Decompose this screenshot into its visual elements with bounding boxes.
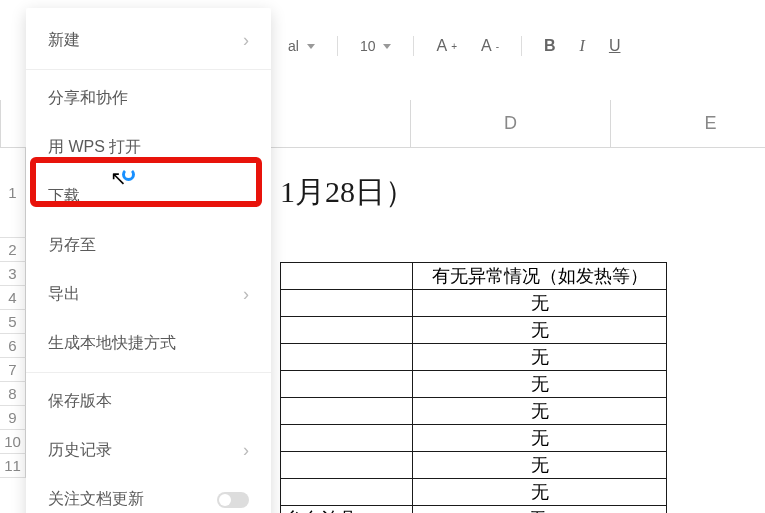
chevron-right-icon: › bbox=[243, 440, 249, 461]
menu-label: 新建 bbox=[48, 30, 80, 51]
row-header[interactable]: 11 bbox=[0, 454, 26, 478]
row-header[interactable]: 8 bbox=[0, 382, 26, 406]
table-header-b[interactable]: 有无异常情况（如发热等） bbox=[413, 263, 667, 290]
row-header[interactable]: 2 bbox=[0, 238, 26, 262]
row-header[interactable]: 5 bbox=[0, 310, 26, 334]
menu-separator bbox=[26, 372, 271, 373]
cell[interactable]: 无 bbox=[413, 317, 667, 344]
cell[interactable]: 无 bbox=[413, 398, 667, 425]
toolbar-divider bbox=[521, 36, 522, 56]
menu-label: 用 WPS 打开 bbox=[48, 137, 141, 158]
table-row: 矣自治县无 bbox=[281, 506, 667, 514]
row-header[interactable]: 3 bbox=[0, 262, 26, 286]
table-row: 无 bbox=[281, 425, 667, 452]
menu-item-download[interactable]: 下载 bbox=[26, 172, 271, 221]
cell[interactable]: 无 bbox=[413, 452, 667, 479]
font-name-picker[interactable]: al bbox=[280, 34, 323, 58]
cell[interactable]: 无 bbox=[413, 344, 667, 371]
menu-item-follow-updates[interactable]: 关注文档更新 bbox=[26, 475, 271, 513]
table-row: 无 bbox=[281, 452, 667, 479]
underline-button[interactable]: U bbox=[601, 33, 629, 59]
row-header[interactable]: 9 bbox=[0, 406, 26, 430]
decrease-font-button[interactable]: A- bbox=[473, 33, 507, 59]
toggle-switch[interactable] bbox=[217, 492, 249, 508]
menu-item-share[interactable]: 分享和协作 bbox=[26, 74, 271, 123]
menu-separator bbox=[26, 69, 271, 70]
table-row: 无 bbox=[281, 398, 667, 425]
row-header[interactable]: 10 bbox=[0, 430, 26, 454]
data-table: 有无异常情况（如发热等） 无 无 无 无 无 无 无 无 矣自治县无 bbox=[280, 262, 667, 513]
menu-label: 另存至 bbox=[48, 235, 96, 256]
cell[interactable] bbox=[281, 425, 413, 452]
menu-item-history[interactable]: 历史记录 › bbox=[26, 426, 271, 475]
cell[interactable] bbox=[281, 344, 413, 371]
increase-font-button[interactable]: A+ bbox=[428, 33, 465, 59]
bold-button[interactable]: B bbox=[536, 33, 564, 59]
cell[interactable] bbox=[281, 398, 413, 425]
column-header-d[interactable]: D bbox=[411, 100, 611, 147]
cell[interactable] bbox=[281, 479, 413, 506]
cell[interactable]: 无 bbox=[413, 371, 667, 398]
cell[interactable] bbox=[281, 317, 413, 344]
cell[interactable]: 无 bbox=[413, 479, 667, 506]
menu-label: 关注文档更新 bbox=[48, 489, 144, 510]
menu-label: 分享和协作 bbox=[48, 88, 128, 109]
row-header[interactable]: 1 bbox=[0, 148, 26, 238]
sheet-title-fragment: 1月28日） bbox=[280, 172, 415, 213]
file-context-menu: 新建 › 分享和协作 用 WPS 打开 下载 另存至 导出 › 生成本地快捷方式… bbox=[26, 8, 271, 513]
menu-item-save-version[interactable]: 保存版本 bbox=[26, 377, 271, 426]
table-row: 无 bbox=[281, 317, 667, 344]
toolbar: al 10 A+ A- B I U bbox=[280, 28, 765, 64]
row-header[interactable]: 6 bbox=[0, 334, 26, 358]
cell[interactable] bbox=[281, 371, 413, 398]
chevron-down-icon bbox=[307, 44, 315, 49]
menu-label: 导出 bbox=[48, 284, 80, 305]
toolbar-divider bbox=[337, 36, 338, 56]
cell[interactable] bbox=[281, 290, 413, 317]
cell[interactable] bbox=[281, 452, 413, 479]
menu-item-new[interactable]: 新建 › bbox=[26, 16, 271, 65]
table-row: 无 bbox=[281, 371, 667, 398]
table-row: 无 bbox=[281, 290, 667, 317]
font-size-label: 10 bbox=[360, 38, 376, 54]
column-header-e[interactable]: E bbox=[611, 100, 765, 147]
cell[interactable]: 无 bbox=[413, 290, 667, 317]
menu-label: 生成本地快捷方式 bbox=[48, 333, 176, 354]
table-row: 无 bbox=[281, 344, 667, 371]
menu-item-open-wps[interactable]: 用 WPS 打开 bbox=[26, 123, 271, 172]
chevron-right-icon: › bbox=[243, 30, 249, 51]
menu-item-create-shortcut[interactable]: 生成本地快捷方式 bbox=[26, 319, 271, 368]
menu-item-export[interactable]: 导出 › bbox=[26, 270, 271, 319]
menu-label: 历史记录 bbox=[48, 440, 112, 461]
cell[interactable]: 无 bbox=[413, 506, 667, 514]
font-name-label: al bbox=[288, 38, 299, 54]
toolbar-divider bbox=[413, 36, 414, 56]
menu-label: 下载 bbox=[48, 186, 80, 207]
row-headers: 1 2 3 4 5 6 7 8 9 10 11 bbox=[0, 148, 26, 478]
table-header-a[interactable] bbox=[281, 263, 413, 290]
italic-button[interactable]: I bbox=[572, 33, 593, 59]
cell[interactable]: 矣自治县 bbox=[281, 506, 413, 514]
chevron-right-icon: › bbox=[243, 284, 249, 305]
chevron-down-icon bbox=[383, 44, 391, 49]
font-size-picker[interactable]: 10 bbox=[352, 34, 400, 58]
cell[interactable]: 无 bbox=[413, 425, 667, 452]
menu-label: 保存版本 bbox=[48, 391, 112, 412]
menu-item-save-to[interactable]: 另存至 bbox=[26, 221, 271, 270]
row-header[interactable]: 4 bbox=[0, 286, 26, 310]
table-header-row: 有无异常情况（如发热等） bbox=[281, 263, 667, 290]
table-row: 无 bbox=[281, 479, 667, 506]
row-header[interactable]: 7 bbox=[0, 358, 26, 382]
